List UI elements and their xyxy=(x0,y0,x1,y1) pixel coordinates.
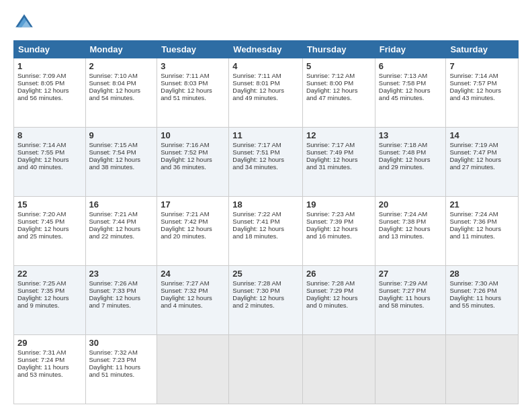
weekday-monday: Monday xyxy=(85,41,157,58)
day-info-line: and 11 minutes. xyxy=(449,232,515,240)
calendar-cell: 5Sunrise: 7:12 AMSunset: 8:00 PMDaylight… xyxy=(302,58,375,128)
calendar-cell: 8Sunrise: 7:14 AMSunset: 7:55 PMDaylight… xyxy=(14,128,86,197)
calendar-cell: 3Sunrise: 7:11 AMSunset: 8:03 PMDaylight… xyxy=(157,58,229,128)
day-info-line: Daylight: 12 hours xyxy=(232,225,299,232)
day-number: 7 xyxy=(449,61,515,71)
day-info-line: Sunrise: 7:11 AM xyxy=(161,72,225,79)
day-info-line: Sunset: 7:42 PM xyxy=(161,218,225,225)
day-info-line: Sunrise: 7:24 AM xyxy=(379,210,443,218)
calendar-cell: 10Sunrise: 7:16 AMSunset: 7:52 PMDayligh… xyxy=(157,128,229,197)
day-info-line: and 54 minutes. xyxy=(89,94,154,101)
day-info-line: and 18 minutes. xyxy=(232,232,299,240)
day-number: 22 xyxy=(17,269,82,279)
day-number: 2 xyxy=(89,61,154,71)
day-info-line: and 55 minutes. xyxy=(449,302,515,309)
day-number: 25 xyxy=(232,269,299,279)
day-info-line: Sunset: 7:45 PM xyxy=(17,218,82,225)
calendar-cell: 14Sunrise: 7:19 AMSunset: 7:47 PMDayligh… xyxy=(446,128,519,197)
day-number: 10 xyxy=(161,130,225,140)
day-number: 14 xyxy=(449,130,515,140)
day-info-line: Sunset: 7:27 PM xyxy=(379,287,443,294)
day-info-line: and 36 minutes. xyxy=(161,163,225,171)
day-info-line: Sunrise: 7:21 AM xyxy=(89,210,154,218)
day-info-line: Sunset: 7:23 PM xyxy=(89,356,154,363)
day-info-line: and 40 minutes. xyxy=(17,163,82,171)
day-number: 5 xyxy=(306,61,371,71)
day-info-line: and 27 minutes. xyxy=(449,163,515,171)
weekday-tuesday: Tuesday xyxy=(157,41,229,58)
calendar-cell: 13Sunrise: 7:18 AMSunset: 7:48 PMDayligh… xyxy=(375,128,446,197)
day-info-line: Daylight: 12 hours xyxy=(161,87,225,94)
day-number: 11 xyxy=(232,130,299,140)
day-info-line: and 20 minutes. xyxy=(161,232,225,240)
day-info-line: Sunrise: 7:16 AM xyxy=(161,141,225,148)
day-info-line: Sunset: 7:24 PM xyxy=(17,356,82,363)
day-info-line: and 34 minutes. xyxy=(232,163,299,171)
day-info-line: Sunset: 8:05 PM xyxy=(17,79,82,87)
day-info-line: Daylight: 12 hours xyxy=(17,156,82,163)
day-number: 13 xyxy=(379,130,443,140)
day-info-line: Sunset: 7:55 PM xyxy=(17,148,82,156)
calendar-week-2: 8Sunrise: 7:14 AMSunset: 7:55 PMDaylight… xyxy=(14,128,519,197)
day-info-line: and 16 minutes. xyxy=(306,232,371,240)
day-info-line: Sunrise: 7:28 AM xyxy=(306,279,371,287)
day-info-line: and 49 minutes. xyxy=(232,94,299,101)
day-info-line: and 31 minutes. xyxy=(306,163,371,171)
day-number: 26 xyxy=(306,269,371,279)
day-info-line: Sunrise: 7:18 AM xyxy=(379,141,443,148)
day-number: 24 xyxy=(161,269,225,279)
day-number: 19 xyxy=(306,199,371,210)
day-info-line: Daylight: 12 hours xyxy=(306,225,371,232)
calendar-cell xyxy=(157,335,229,404)
day-info-line: and 2 minutes. xyxy=(232,302,299,309)
day-info-line: Daylight: 12 hours xyxy=(379,87,443,94)
day-info-line: Sunrise: 7:17 AM xyxy=(306,141,371,148)
day-info-line: Sunrise: 7:27 AM xyxy=(161,279,225,287)
day-info-line: Daylight: 12 hours xyxy=(449,156,515,163)
day-info-line: Sunrise: 7:10 AM xyxy=(89,72,154,79)
calendar-cell: 29Sunrise: 7:31 AMSunset: 7:24 PMDayligh… xyxy=(14,335,86,404)
calendar-week-4: 22Sunrise: 7:25 AMSunset: 7:35 PMDayligh… xyxy=(14,266,519,335)
day-info-line: Sunset: 7:29 PM xyxy=(306,287,371,294)
day-info-line: Sunset: 7:41 PM xyxy=(232,218,299,225)
day-number: 27 xyxy=(379,269,443,279)
day-info-line: Sunset: 7:35 PM xyxy=(17,287,82,294)
day-info-line: and 43 minutes. xyxy=(449,94,515,101)
weekday-header-row: SundayMondayTuesdayWednesdayThursdayFrid… xyxy=(14,41,519,58)
calendar-cell xyxy=(302,335,375,404)
calendar-cell: 27Sunrise: 7:29 AMSunset: 7:27 PMDayligh… xyxy=(375,266,446,335)
day-info-line: Daylight: 12 hours xyxy=(306,156,371,163)
day-number: 1 xyxy=(17,61,82,71)
calendar-cell: 26Sunrise: 7:28 AMSunset: 7:29 PMDayligh… xyxy=(302,266,375,335)
day-info-line: Daylight: 12 hours xyxy=(306,87,371,94)
day-info-line: Sunset: 7:54 PM xyxy=(89,148,154,156)
logo xyxy=(13,12,38,34)
day-info-line: Sunrise: 7:17 AM xyxy=(232,141,299,148)
day-info-line: and 0 minutes. xyxy=(306,302,371,309)
day-info-line: Daylight: 12 hours xyxy=(17,294,82,302)
day-number: 8 xyxy=(17,130,82,140)
day-info-line: and 53 minutes. xyxy=(17,371,82,378)
calendar-cell: 6Sunrise: 7:13 AMSunset: 7:58 PMDaylight… xyxy=(375,58,446,128)
calendar-cell: 2Sunrise: 7:10 AMSunset: 8:04 PMDaylight… xyxy=(85,58,157,128)
day-info-line: Sunrise: 7:12 AM xyxy=(306,72,371,79)
day-info-line: Daylight: 12 hours xyxy=(449,87,515,94)
day-info-line: Daylight: 12 hours xyxy=(306,294,371,302)
calendar-cell: 12Sunrise: 7:17 AMSunset: 7:49 PMDayligh… xyxy=(302,128,375,197)
day-info-line: Sunset: 7:38 PM xyxy=(379,218,443,225)
header xyxy=(13,12,519,34)
day-info-line: Daylight: 12 hours xyxy=(232,87,299,94)
day-number: 29 xyxy=(17,338,82,348)
day-info-line: and 7 minutes. xyxy=(89,302,154,309)
day-info-line: Daylight: 12 hours xyxy=(17,225,82,232)
day-info-line: and 56 minutes. xyxy=(17,94,82,101)
day-info-line: Daylight: 11 hours xyxy=(379,294,443,302)
day-info-line: Sunset: 7:52 PM xyxy=(161,148,225,156)
day-info-line: Sunrise: 7:26 AM xyxy=(89,279,154,287)
day-info-line: and 51 minutes. xyxy=(89,371,154,378)
weekday-sunday: Sunday xyxy=(14,41,86,58)
day-info-line: Sunrise: 7:24 AM xyxy=(449,210,515,218)
day-info-line: and 9 minutes. xyxy=(17,302,82,309)
day-info-line: and 25 minutes. xyxy=(17,232,82,240)
calendar-cell: 20Sunrise: 7:24 AMSunset: 7:38 PMDayligh… xyxy=(375,197,446,266)
